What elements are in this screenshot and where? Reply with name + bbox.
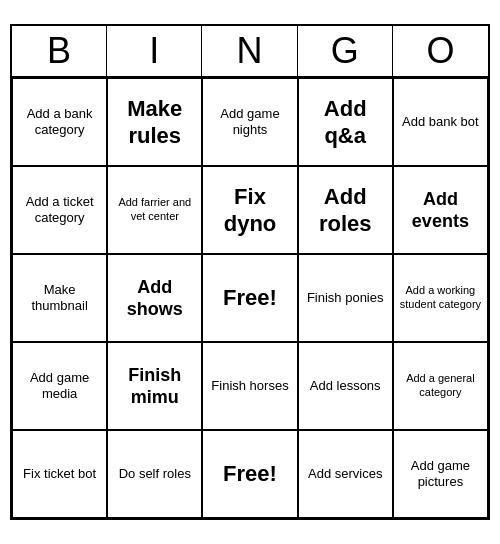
bingo-letter: G bbox=[298, 26, 393, 76]
bingo-cell: Finish mimu bbox=[107, 342, 202, 430]
bingo-cell: Add roles bbox=[298, 166, 393, 254]
bingo-cell: Fix dyno bbox=[202, 166, 297, 254]
bingo-cell: Fix ticket bot bbox=[12, 430, 107, 518]
bingo-cell: Add bank bot bbox=[393, 78, 488, 166]
bingo-cell: Add services bbox=[298, 430, 393, 518]
bingo-cell: Make rules bbox=[107, 78, 202, 166]
bingo-cell: Add game nights bbox=[202, 78, 297, 166]
bingo-cell: Add q&a bbox=[298, 78, 393, 166]
bingo-letter: B bbox=[12, 26, 107, 76]
bingo-cell: Free! bbox=[202, 254, 297, 342]
bingo-letter: I bbox=[107, 26, 202, 76]
bingo-cell: Add shows bbox=[107, 254, 202, 342]
bingo-cell: Add a ticket category bbox=[12, 166, 107, 254]
bingo-cell: Add a working student category bbox=[393, 254, 488, 342]
bingo-cell: Make thumbnail bbox=[12, 254, 107, 342]
bingo-card: BINGO Add a bank categoryMake rulesAdd g… bbox=[10, 24, 490, 520]
bingo-grid: Add a bank categoryMake rulesAdd game ni… bbox=[12, 78, 488, 518]
bingo-cell: Finish horses bbox=[202, 342, 297, 430]
bingo-cell: Add lessons bbox=[298, 342, 393, 430]
bingo-cell: Finish ponies bbox=[298, 254, 393, 342]
bingo-cell: Do self roles bbox=[107, 430, 202, 518]
bingo-cell: Add events bbox=[393, 166, 488, 254]
bingo-letter: O bbox=[393, 26, 488, 76]
bingo-cell: Add a bank category bbox=[12, 78, 107, 166]
bingo-cell: Add a general category bbox=[393, 342, 488, 430]
bingo-cell: Add game pictures bbox=[393, 430, 488, 518]
bingo-cell: Add game media bbox=[12, 342, 107, 430]
bingo-cell: Add farrier and vet center bbox=[107, 166, 202, 254]
bingo-letter: N bbox=[202, 26, 297, 76]
bingo-cell: Free! bbox=[202, 430, 297, 518]
bingo-header: BINGO bbox=[12, 26, 488, 78]
